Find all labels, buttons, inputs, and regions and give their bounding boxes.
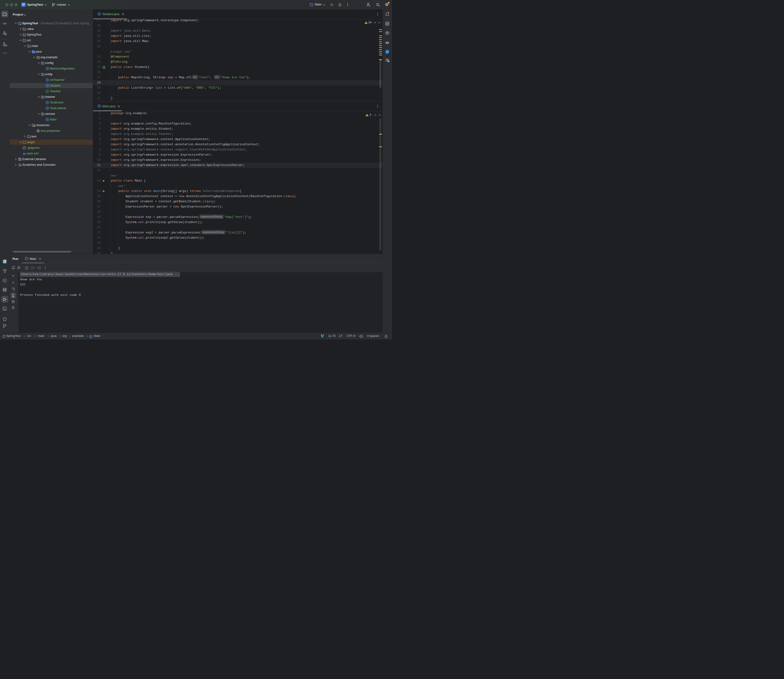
svg-text:C: C: [47, 79, 48, 81]
svg-text:C: C: [98, 105, 100, 107]
svg-text:C: C: [47, 67, 48, 70]
svg-text:C: C: [98, 13, 100, 15]
svg-text:C: C: [90, 335, 92, 338]
svg-text:C: C: [47, 118, 48, 121]
svg-text:C: C: [47, 84, 48, 87]
svg-text:C: C: [47, 102, 48, 104]
svg-text:?: ?: [5, 33, 6, 35]
svg-text:I: I: [47, 90, 48, 92]
svg-text:C: C: [47, 107, 48, 110]
